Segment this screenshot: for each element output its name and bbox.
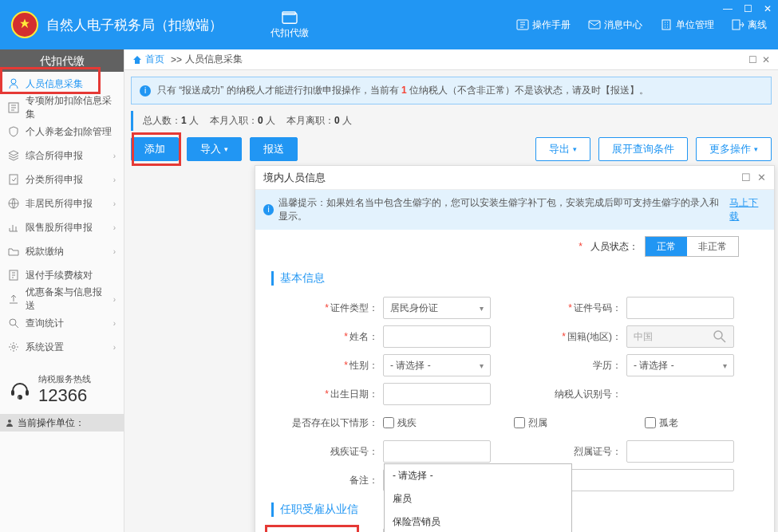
- svg-text:!: !: [18, 396, 19, 400]
- chevron-right-icon: ›: [113, 199, 116, 208]
- status-abnormal-button[interactable]: 非正常: [687, 237, 738, 256]
- folder-icon: [8, 246, 19, 257]
- sidebar-item-addition[interactable]: 专项附加扣除信息采集: [0, 96, 124, 120]
- employ-type-dropdown: - 请选择 - 雇员 保险营销员 证券经纪人 实习学生（全日制学历教育） 其他: [384, 463, 572, 532]
- manual-link[interactable]: 操作手册: [516, 18, 571, 32]
- nation-label: *国籍(地区)：: [515, 330, 626, 344]
- name-input[interactable]: [383, 325, 491, 348]
- panel-close-button[interactable]: ✕: [762, 54, 770, 65]
- edu-label: 学历：: [515, 359, 626, 372]
- person-dialog: 境内人员信息 ☐ ✕ i 温馨提示：如果姓名当中包含生僻字的，您可以安装生僻字补…: [255, 165, 775, 532]
- id-type-select[interactable]: 居民身份证▾: [383, 297, 491, 319]
- status-segmented[interactable]: 正常 非正常: [645, 236, 739, 257]
- add-button[interactable]: 添加: [131, 137, 179, 161]
- doc-check-icon: [8, 174, 19, 185]
- dis-no-input[interactable]: - 请选择 - 雇员 保险营销员 证券经纪人 实习学生（全日制学历教育） 其他: [383, 440, 491, 463]
- status-label: 人员状态：: [590, 240, 638, 254]
- chevron-right-icon: ›: [113, 295, 116, 304]
- edu-select[interactable]: - 请选择 -▾: [626, 354, 734, 376]
- list-icon: [8, 102, 19, 113]
- chevron-right-icon: ›: [113, 175, 116, 184]
- person-icon: [5, 418, 14, 428]
- layers-icon: [8, 150, 19, 161]
- chevron-right-icon: ›: [113, 152, 116, 160]
- offline-link[interactable]: 离线: [732, 18, 767, 32]
- breadcrumb: 首页 >> 人员信息采集 ☐ ✕: [124, 49, 778, 70]
- gender-select[interactable]: - 请选择 -▾: [383, 354, 491, 376]
- sidebar-item-restrict[interactable]: 限售股所得申报›: [0, 215, 124, 239]
- export-button[interactable]: 导出▾: [535, 137, 590, 161]
- sidebar-item-refund[interactable]: 退付手续费核对: [0, 263, 124, 287]
- chk-disabled[interactable]: 残疾: [383, 416, 495, 430]
- headset-icon: !: [8, 378, 32, 402]
- download-link[interactable]: 马上下载: [729, 196, 766, 223]
- chevron-right-icon: ›: [113, 223, 116, 232]
- chevron-down-icon: ▾: [480, 361, 484, 370]
- dialog-close-button[interactable]: ✕: [757, 171, 766, 183]
- dis-no-label: 残疾证号：: [271, 445, 383, 459]
- chevron-down-icon: ▾: [754, 145, 758, 153]
- opt-employee[interactable]: 雇员: [385, 487, 571, 510]
- sidebar-item-nonres[interactable]: 非居民所得申报›: [0, 191, 124, 215]
- unit-link[interactable]: 单位管理: [660, 18, 714, 32]
- sidebar-item-collect[interactable]: 人员信息采集: [0, 72, 124, 96]
- sidebar-item-classify[interactable]: 分类所得申报›: [0, 167, 124, 191]
- sidebar-item-backup[interactable]: 优惠备案与信息报送›: [0, 287, 124, 311]
- svg-rect-5: [662, 20, 670, 30]
- sidebar-item-setting[interactable]: 系统设置›: [0, 335, 124, 359]
- id-no-input[interactable]: [626, 297, 734, 319]
- svg-rect-9: [10, 175, 18, 184]
- crumb-page: 人员信息采集: [185, 53, 243, 66]
- window-min-button[interactable]: —: [723, 3, 733, 14]
- search-icon: [8, 317, 19, 329]
- hotline: ! 纳税服务热线 12366: [0, 365, 124, 414]
- gender-label: *性别：: [271, 359, 383, 372]
- svg-rect-15: [26, 390, 29, 396]
- window-close-button[interactable]: ✕: [764, 3, 772, 14]
- search-icon[interactable]: [713, 329, 727, 344]
- expand-query-button[interactable]: 展开查询条件: [598, 137, 688, 161]
- opt-placeholder[interactable]: - 请选择 -: [385, 464, 571, 487]
- message-link[interactable]: 消息中心: [588, 18, 642, 32]
- globe-icon: [8, 198, 19, 209]
- toolbar: 添加 导入▾ 报送 导出▾ 展开查询条件 更多操作▾: [124, 131, 778, 167]
- shield-icon: [8, 126, 19, 137]
- panel-max-button[interactable]: ☐: [748, 54, 757, 65]
- status-normal-button[interactable]: 正常: [646, 237, 687, 256]
- send-button[interactable]: 报送: [250, 137, 298, 161]
- window-max-button[interactable]: ☐: [744, 3, 752, 14]
- mail-icon: [588, 19, 601, 30]
- receipt-icon: [8, 270, 19, 281]
- import-button[interactable]: 导入▾: [187, 137, 242, 161]
- dialog-max-button[interactable]: ☐: [741, 171, 751, 183]
- crumb-sep: >>: [171, 54, 182, 65]
- chk-orphan[interactable]: 孤老: [645, 416, 756, 430]
- dialog-title: 境内人员信息: [263, 171, 326, 185]
- birth-label: *出生日期：: [271, 388, 383, 401]
- sidebar: 代扣代缴 人员信息采集 专项附加扣除信息采集 个人养老金扣除管理 综合所得申报›…: [0, 49, 124, 532]
- daikou-tab[interactable]: 代扣代缴: [271, 10, 309, 40]
- svg-point-18: [8, 420, 11, 423]
- crumb-home[interactable]: 首页: [145, 53, 164, 66]
- mar-no-input[interactable]: [626, 440, 734, 463]
- sidebar-item-combine[interactable]: 综合所得申报›: [0, 144, 124, 167]
- more-button[interactable]: 更多操作▾: [696, 137, 772, 161]
- upload-icon: [8, 294, 19, 305]
- svg-rect-14: [11, 390, 14, 396]
- building-icon: [660, 19, 673, 30]
- sidebar-item-pension[interactable]: 个人养老金扣除管理: [0, 120, 124, 144]
- chevron-right-icon: ›: [113, 343, 116, 352]
- birth-input[interactable]: [383, 383, 491, 405]
- sidebar-item-query[interactable]: 查询统计›: [0, 311, 124, 335]
- id-type-label: *证件类型：: [271, 301, 383, 315]
- nation-input[interactable]: 中国: [626, 325, 734, 348]
- person-icon: [8, 78, 19, 89]
- gear-icon: [8, 341, 19, 353]
- chk-martyr[interactable]: 烈属: [514, 416, 626, 430]
- book-icon: [516, 19, 529, 30]
- alert-count: 1: [401, 85, 407, 96]
- home-icon: [132, 55, 142, 65]
- id-no-label: *证件号码：: [515, 301, 626, 315]
- opt-insurance[interactable]: 保险营销员: [385, 510, 571, 532]
- sidebar-item-tax[interactable]: 税款缴纳›: [0, 239, 124, 263]
